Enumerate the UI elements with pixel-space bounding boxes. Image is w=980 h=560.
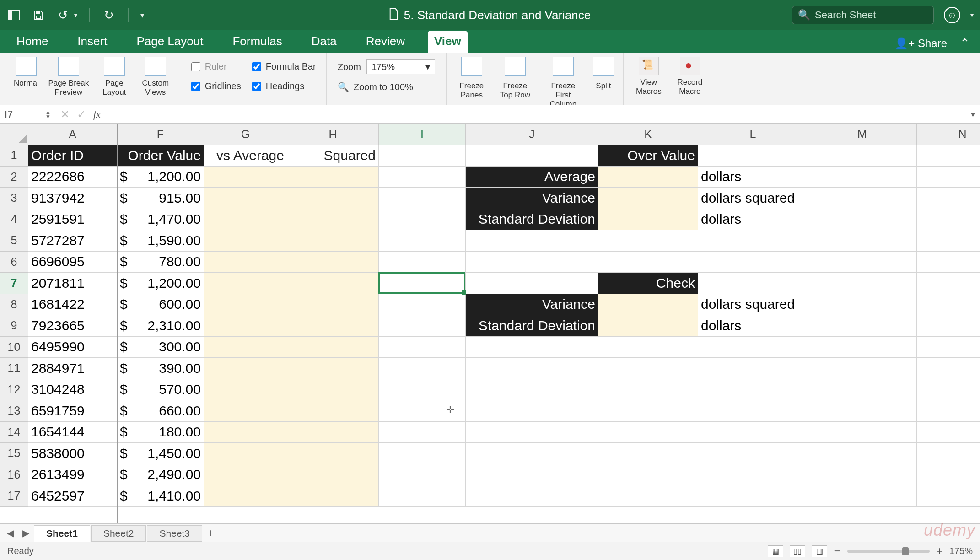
cell-A6[interactable]: 6696095 [28, 252, 117, 273]
page-break-preview-button[interactable]: Page Break Preview [43, 57, 94, 97]
sheet-tab-1[interactable]: Sheet1 [34, 525, 90, 542]
zoom-select[interactable]: 175%▾ [366, 59, 435, 74]
cell-H8[interactable] [287, 294, 379, 316]
page-layout-view-icon[interactable]: ▯▯ [790, 545, 805, 557]
col-header-L[interactable]: L [698, 124, 808, 145]
cell-J4[interactable]: Standard Deviation [466, 209, 598, 231]
cell-N14[interactable] [917, 422, 980, 443]
cell-F10[interactable]: $300.00 [117, 337, 204, 358]
qat-customize-icon[interactable]: ▾ [140, 11, 144, 20]
cell-H1[interactable]: Squared [287, 145, 379, 167]
cell-I11[interactable] [379, 358, 466, 379]
name-box[interactable]: I7 ▲▼ [0, 105, 54, 123]
cell-K11[interactable] [598, 358, 698, 379]
cell-N15[interactable] [917, 443, 980, 464]
gridlines-checkbox[interactable]: Gridlines [191, 79, 241, 93]
confirm-formula-icon[interactable]: ✓ [77, 108, 86, 121]
cell-M14[interactable] [808, 422, 917, 443]
cell-A5[interactable]: 5727287 [28, 230, 117, 252]
row-header-14[interactable]: 14 [0, 422, 28, 443]
cell-J3[interactable]: Variance [466, 188, 598, 209]
cell-G8[interactable] [204, 294, 287, 316]
cell-J7[interactable] [466, 273, 598, 294]
cell-J17[interactable] [466, 485, 598, 507]
cell-L5[interactable] [698, 230, 808, 252]
cell-J15[interactable] [466, 443, 598, 464]
zoom-percent[interactable]: 175% [949, 546, 973, 556]
undo-icon[interactable]: ↺ [56, 8, 70, 22]
cell-I17[interactable] [379, 485, 466, 507]
cell-G4[interactable] [204, 209, 287, 231]
cell-F4[interactable]: $1,470.00 [117, 209, 204, 231]
cell-J11[interactable] [466, 358, 598, 379]
cell-A14[interactable]: 1654144 [28, 422, 117, 443]
row-header-1[interactable]: 1 [0, 145, 28, 167]
col-header-I[interactable]: I [379, 124, 466, 145]
normal-view-icon[interactable]: ▦ [768, 545, 783, 557]
cell-A10[interactable]: 6495990 [28, 337, 117, 358]
cell-I6[interactable] [379, 252, 466, 273]
row-header-13[interactable]: 13 [0, 400, 28, 422]
cell-F11[interactable]: $390.00 [117, 358, 204, 379]
expand-formula-bar-icon[interactable]: ▾ [968, 109, 980, 119]
cell-H15[interactable] [287, 443, 379, 464]
cell-I2[interactable] [379, 167, 466, 188]
undo-dropdown-icon[interactable]: ▾ [74, 11, 77, 19]
cell-N3[interactable] [917, 188, 980, 209]
cell-M11[interactable] [808, 358, 917, 379]
col-header-K[interactable]: K [598, 124, 698, 145]
cell-K9[interactable] [598, 315, 698, 337]
cell-G13[interactable] [204, 400, 287, 422]
cell-L1[interactable] [698, 145, 808, 167]
cell-A15[interactable]: 5838000 [28, 443, 117, 464]
cell-G16[interactable] [204, 464, 287, 486]
cell-H3[interactable] [287, 188, 379, 209]
row-header-15[interactable]: 15 [0, 443, 28, 464]
row-header-9[interactable]: 9 [0, 315, 28, 337]
cell-M13[interactable] [808, 400, 917, 422]
cell-F6[interactable]: $780.00 [117, 252, 204, 273]
cell-M7[interactable] [808, 273, 917, 294]
cell-M12[interactable] [808, 379, 917, 401]
cell-L11[interactable] [698, 358, 808, 379]
cell-A17[interactable]: 6452597 [28, 485, 117, 507]
headings-checkbox[interactable]: Headings [252, 79, 316, 93]
cell-N7[interactable] [917, 273, 980, 294]
search-box[interactable]: 🔍 Search Sheet [792, 6, 934, 24]
cell-I16[interactable] [379, 464, 466, 486]
cell-A1[interactable]: Order ID [28, 145, 117, 167]
row-header-4[interactable]: 4 [0, 209, 28, 231]
cell-A12[interactable]: 3104248 [28, 379, 117, 401]
sheet-tab-2[interactable]: Sheet2 [91, 525, 146, 542]
tab-formulas[interactable]: Formulas [226, 31, 288, 53]
fx-icon[interactable]: fx [93, 108, 105, 120]
split-button[interactable]: Split [588, 57, 619, 91]
cell-H10[interactable] [287, 337, 379, 358]
cell-K12[interactable] [598, 379, 698, 401]
col-header-F[interactable]: F [117, 124, 204, 145]
cell-K14[interactable] [598, 422, 698, 443]
cell-F5[interactable]: $1,590.00 [117, 230, 204, 252]
cell-L3[interactable]: dollars squared [698, 188, 808, 209]
cell-F17[interactable]: $1,410.00 [117, 485, 204, 507]
cell-L2[interactable]: dollars [698, 167, 808, 188]
cell-N11[interactable] [917, 358, 980, 379]
cell-H13[interactable] [287, 400, 379, 422]
cell-M15[interactable] [808, 443, 917, 464]
cell-J5[interactable] [466, 230, 598, 252]
cell-I9[interactable] [379, 315, 466, 337]
cell-L6[interactable] [698, 252, 808, 273]
row-header-11[interactable]: 11 [0, 358, 28, 379]
col-header-H[interactable]: H [287, 124, 379, 145]
view-macros-button[interactable]: 📜View Macros [628, 57, 669, 96]
row-header-5[interactable]: 5 [0, 230, 28, 252]
cell-A13[interactable]: 6591759 [28, 400, 117, 422]
cell-H9[interactable] [287, 315, 379, 337]
normal-view-button[interactable]: Normal [9, 57, 43, 88]
formula-input[interactable] [112, 105, 968, 123]
cell-H14[interactable] [287, 422, 379, 443]
cell-L13[interactable] [698, 400, 808, 422]
col-header-A[interactable]: A [28, 124, 117, 145]
cell-F8[interactable]: $600.00 [117, 294, 204, 316]
cell-K4[interactable] [598, 209, 698, 231]
